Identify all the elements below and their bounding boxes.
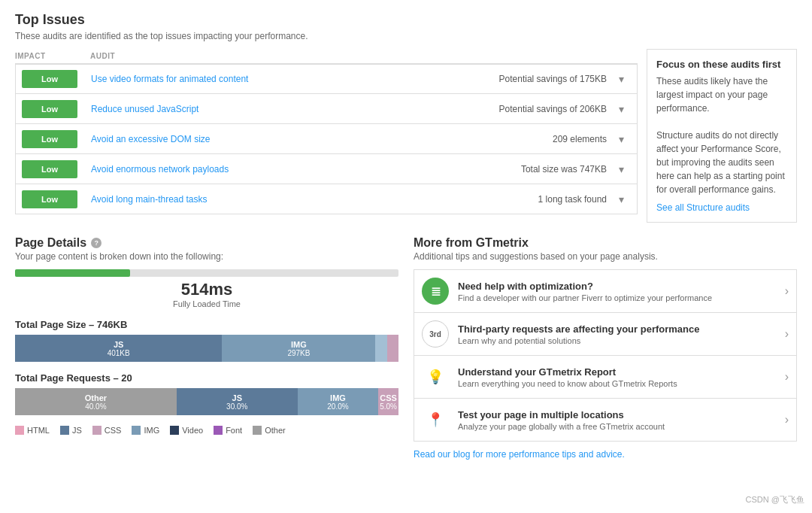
chevron-icon[interactable]: ▾ bbox=[614, 193, 637, 205]
issue-savings: Total size was 747KB bbox=[514, 164, 614, 175]
issue-name[interactable]: Avoid long main-thread tasks bbox=[83, 190, 531, 209]
focus-box-link[interactable]: See all Structure audits bbox=[656, 202, 750, 213]
chevron-icon[interactable]: ▾ bbox=[614, 133, 637, 145]
top-issues-title: Top Issues bbox=[15, 12, 797, 28]
gtm-text: Understand your GTmetrix Report Learn ev… bbox=[458, 366, 776, 388]
legend-label: JS bbox=[72, 426, 82, 435]
issue-savings: Potential savings of 206KB bbox=[492, 104, 614, 114]
gtm-item-title: Third-party requests are affecting your … bbox=[458, 323, 776, 335]
gtm-item-sub: Learn why and potential solutions bbox=[458, 336, 776, 345]
total-requests-bar: Other40.0%JS30.0%IMG20.0%CSS5.0% bbox=[15, 388, 398, 415]
issue-row[interactable]: Low Use video formats for animated conte… bbox=[15, 64, 638, 94]
total-size-title: Total Page Size – 746KB bbox=[15, 319, 398, 330]
issue-row[interactable]: Low Avoid an excessive DOM size 209 elem… bbox=[15, 124, 638, 154]
top-issues-section: Top Issues These audits are identified a… bbox=[15, 12, 797, 223]
impact-badge: Low bbox=[22, 100, 77, 118]
impact-badge: Low bbox=[22, 190, 77, 208]
legend-item: JS bbox=[60, 426, 82, 435]
chevron-icon[interactable]: ▾ bbox=[614, 163, 637, 175]
chevron-right-icon: › bbox=[785, 370, 789, 384]
gtm-item-title: Test your page in multiple locations bbox=[458, 409, 776, 420]
chevron-icon[interactable]: ▾ bbox=[614, 73, 637, 85]
legend-label: HTML bbox=[27, 426, 50, 435]
gtm-item[interactable]: ≣ Need help with optimization? Find a de… bbox=[414, 269, 797, 313]
top-issues-layout: IMPACT AUDIT Low Use video formats for a… bbox=[15, 49, 797, 223]
gtm-icon: 💡 bbox=[422, 363, 449, 390]
gtmetrix-title: More from GTmetrix bbox=[414, 236, 797, 250]
gtm-text: Need help with optimization? Find a deve… bbox=[458, 281, 776, 302]
focus-box: Focus on these audits first These audits… bbox=[647, 49, 797, 223]
issue-name[interactable]: Avoid an excessive DOM size bbox=[83, 129, 545, 149]
legend: HTML JS CSS IMG Video Font Other bbox=[15, 426, 398, 435]
load-time-value: 514ms bbox=[15, 280, 398, 299]
issue-name[interactable]: Reduce unused JavaScript bbox=[83, 99, 492, 119]
load-time-bar bbox=[15, 269, 398, 277]
gtm-icon: 3rd bbox=[422, 320, 449, 348]
issue-row[interactable]: Low Avoid long main-thread tasks 1 long … bbox=[15, 184, 638, 214]
issue-name[interactable]: Use video formats for animated content bbox=[83, 69, 492, 89]
chevron-right-icon: › bbox=[785, 413, 789, 426]
legend-color bbox=[15, 426, 24, 435]
issues-table: IMPACT AUDIT Low Use video formats for a… bbox=[15, 49, 638, 223]
issue-savings: 209 elements bbox=[545, 134, 614, 144]
gtm-item-title: Need help with optimization? bbox=[458, 281, 776, 292]
legend-item: Video bbox=[170, 426, 203, 435]
load-time-label: Fully Loaded Time bbox=[15, 299, 398, 308]
gtm-item-sub: Find a developer with our partner Fiverr… bbox=[458, 293, 776, 302]
legend-label: Font bbox=[226, 426, 242, 435]
legend-label: Other bbox=[265, 426, 286, 435]
legend-item: IMG bbox=[132, 426, 159, 435]
audit-col-header: AUDIT bbox=[83, 52, 638, 60]
legend-item: CSS bbox=[92, 426, 122, 435]
total-requests-title: Total Page Requests – 20 bbox=[15, 372, 398, 384]
top-issues-desc: These audits are identified as the top i… bbox=[15, 31, 797, 41]
legend-label: Video bbox=[182, 426, 203, 435]
help-icon[interactable]: ? bbox=[91, 238, 102, 248]
gtm-icon: 📍 bbox=[422, 406, 449, 433]
blog-link[interactable]: Read our blog for more performance tips … bbox=[414, 449, 797, 460]
issues-rows-container: Low Use video formats for animated conte… bbox=[15, 64, 638, 214]
load-time-fill bbox=[15, 269, 130, 277]
issue-row[interactable]: Low Avoid enormous network payloads Tota… bbox=[15, 154, 638, 184]
bar-segment: IMG20.0% bbox=[298, 388, 378, 415]
watermark: CSDN @飞飞鱼 bbox=[746, 494, 804, 505]
gtmetrix-sub: Additional tips and suggestions based on… bbox=[414, 251, 797, 262]
focus-box-title: Focus on these audits first bbox=[656, 59, 787, 70]
gtm-text: Test your page in multiple locations Ana… bbox=[458, 409, 776, 431]
focus-box-text: These audits likely have the largest imp… bbox=[656, 74, 787, 196]
issue-name[interactable]: Avoid enormous network payloads bbox=[83, 159, 514, 179]
gtm-items-container: ≣ Need help with optimization? Find a de… bbox=[414, 269, 797, 442]
legend-color bbox=[170, 426, 179, 435]
impact-badge: Low bbox=[22, 70, 77, 88]
issue-row[interactable]: Low Reduce unused JavaScript Potential s… bbox=[15, 94, 638, 124]
gtm-item-sub: Learn everything you need to know about … bbox=[458, 379, 776, 388]
gtm-item-title: Understand your GTmetrix Report bbox=[458, 366, 776, 378]
legend-color bbox=[60, 426, 69, 435]
bar-segment bbox=[375, 335, 386, 362]
issue-savings: 1 long task found bbox=[531, 194, 614, 205]
legend-label: IMG bbox=[144, 426, 159, 435]
impact-badge: Low bbox=[22, 160, 77, 178]
gtm-item[interactable]: 3rd Third-party requests are affecting y… bbox=[414, 313, 797, 356]
gtm-text: Third-party requests are affecting your … bbox=[458, 323, 776, 345]
issue-savings: Potential savings of 175KB bbox=[492, 74, 614, 84]
total-size-bar: JS401KBIMG297KB bbox=[15, 335, 398, 362]
page-details-title: Page Details ? bbox=[15, 236, 398, 250]
impact-col-header: IMPACT bbox=[15, 52, 83, 60]
chevron-right-icon: › bbox=[785, 327, 789, 341]
bottom-layout: Page Details ? Your page content is brok… bbox=[15, 236, 797, 460]
gtm-item[interactable]: 💡 Understand your GTmetrix Report Learn … bbox=[414, 356, 797, 399]
legend-item: Font bbox=[214, 426, 242, 435]
legend-color bbox=[253, 426, 262, 435]
gtm-icon: ≣ bbox=[422, 278, 449, 305]
legend-label: CSS bbox=[105, 426, 122, 435]
gtm-item[interactable]: 📍 Test your page in multiple locations A… bbox=[414, 399, 797, 442]
bar-segment: Other40.0% bbox=[15, 388, 177, 415]
chevron-icon[interactable]: ▾ bbox=[614, 103, 637, 115]
page-details-sub: Your page content is broken down into th… bbox=[15, 251, 398, 262]
legend-color bbox=[132, 426, 141, 435]
legend-item: Other bbox=[253, 426, 286, 435]
legend-color bbox=[92, 426, 102, 435]
issues-header: IMPACT AUDIT bbox=[15, 49, 638, 64]
bar-segment: IMG297KB bbox=[222, 335, 375, 362]
